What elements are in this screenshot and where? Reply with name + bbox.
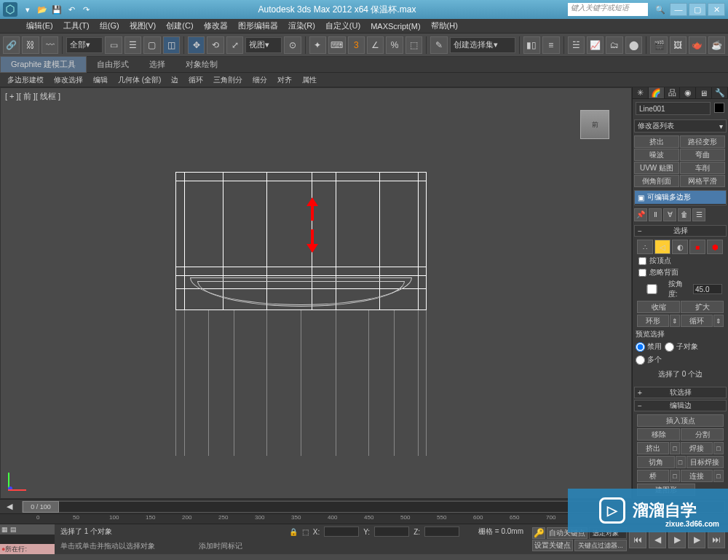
- ribbon-tab-select[interactable]: 选择: [139, 57, 175, 72]
- z-coord-field[interactable]: [424, 527, 459, 537]
- macro-recorder[interactable]: ●所在行:: [0, 544, 55, 554]
- tab-utilities-icon[interactable]: 🔧: [712, 87, 728, 98]
- angle-snap-icon[interactable]: ∠: [367, 36, 384, 54]
- mod-uvwmap[interactable]: UVW 贴图: [634, 162, 679, 174]
- qat-undo-icon[interactable]: ↶: [66, 4, 77, 15]
- select-icon[interactable]: ▭: [105, 36, 122, 54]
- panel-tris[interactable]: 三角剖分: [209, 74, 247, 87]
- radio-preview-multi[interactable]: [636, 355, 645, 365]
- move-icon[interactable]: ✥: [188, 36, 205, 54]
- maximize-button[interactable]: ▢: [689, 3, 706, 16]
- subobj-polygon-icon[interactable]: ■: [689, 240, 705, 254]
- link-icon[interactable]: 🔗: [3, 36, 20, 54]
- mod-extrude[interactable]: 挤出: [634, 135, 679, 148]
- modifier-stack[interactable]: ▣ 可编辑多边形: [634, 190, 727, 205]
- ribbon-tab-objpaint[interactable]: 对象绘制: [175, 57, 228, 72]
- panel-edges[interactable]: 边: [167, 74, 183, 87]
- menu-help[interactable]: 帮助(H): [427, 19, 462, 33]
- menu-views[interactable]: 视图(V): [125, 19, 161, 33]
- add-time-tag[interactable]: 添加时间标记: [199, 541, 242, 551]
- btn-ring[interactable]: 环形: [637, 315, 669, 327]
- mirror-icon[interactable]: ▮▯: [523, 36, 540, 54]
- ring-spinner-icon[interactable]: ⇕: [670, 315, 680, 327]
- schematic-icon[interactable]: 🗂: [606, 36, 622, 54]
- btn-loop[interactable]: 循环: [681, 315, 713, 327]
- weld-settings-icon[interactable]: □: [713, 442, 724, 454]
- keyboard-shortcut-icon[interactable]: ⌨: [328, 36, 345, 54]
- bridge-settings-icon[interactable]: □: [670, 470, 680, 482]
- menu-maxscript[interactable]: MAXScript(M): [366, 20, 424, 32]
- render-prod-icon[interactable]: ☕: [708, 36, 725, 54]
- refcoord-dropdown[interactable]: 视图 ▾: [245, 37, 282, 53]
- btn-shrink[interactable]: 收缩: [637, 301, 680, 313]
- listener-icon[interactable]: ▤: [10, 526, 17, 533]
- play-icon[interactable]: ▶: [668, 531, 686, 548]
- unlink-icon[interactable]: ⛓: [22, 36, 39, 54]
- rollout-selection[interactable]: 选择: [634, 225, 727, 237]
- object-color-swatch[interactable]: [714, 103, 724, 113]
- panel-align[interactable]: 对齐: [273, 74, 296, 87]
- viewcube[interactable]: 前: [580, 110, 609, 139]
- stack-item-editablepolygon[interactable]: ▣ 可编辑多边形: [635, 191, 726, 204]
- qat-open-icon[interactable]: 📂: [36, 4, 48, 15]
- extrude-settings-icon[interactable]: □: [670, 442, 680, 454]
- btn-connect[interactable]: 连接: [681, 470, 713, 482]
- close-button[interactable]: ✕: [708, 3, 725, 16]
- tab-create-icon[interactable]: ✳: [633, 87, 649, 98]
- object-name-field[interactable]: Line001: [636, 102, 711, 115]
- app-logo[interactable]: [3, 2, 17, 17]
- tab-display-icon[interactable]: 🖥: [696, 87, 712, 98]
- btn-bridge[interactable]: 桥: [637, 470, 669, 482]
- snap-toggle-icon[interactable]: 3: [348, 36, 365, 54]
- viewport-front[interactable]: [ + ][ 前 ][ 线框 ] 前: [0, 87, 632, 499]
- menu-grapheditors[interactable]: 图形编辑器: [234, 19, 282, 33]
- btn-chamfer[interactable]: 切角: [637, 456, 675, 468]
- modifier-list-dropdown[interactable]: 修改器列表▾: [634, 119, 727, 133]
- radio-preview-off[interactable]: [636, 342, 645, 352]
- pin-stack-icon[interactable]: 📌: [634, 208, 647, 221]
- menu-tools[interactable]: 工具(T): [59, 19, 94, 33]
- mod-pathdeform[interactable]: 路径变形: [680, 135, 725, 148]
- menu-modifiers[interactable]: 修改器: [199, 19, 232, 33]
- qat-new-icon[interactable]: ▾: [22, 4, 33, 15]
- render-icon[interactable]: 🫖: [689, 36, 705, 54]
- mod-meshsmooth[interactable]: 网格平滑: [680, 175, 725, 187]
- panel-props[interactable]: 属性: [298, 74, 321, 87]
- rotate-icon[interactable]: ⟲: [207, 36, 223, 54]
- window-crossing-icon[interactable]: ◫: [163, 36, 180, 54]
- mod-bend[interactable]: 弯曲: [680, 149, 725, 161]
- radio-preview-subobj[interactable]: [665, 342, 674, 352]
- btn-targetweld[interactable]: 目标焊接: [687, 456, 724, 468]
- percent-snap-icon[interactable]: %: [386, 36, 403, 54]
- ribbon-tab-graphite[interactable]: Graphite 建模工具: [0, 56, 87, 73]
- panel-subdiv[interactable]: 细分: [248, 74, 272, 87]
- menu-group[interactable]: 组(G): [95, 19, 124, 33]
- tab-hierarchy-icon[interactable]: 品: [665, 87, 681, 98]
- editnamed-icon[interactable]: ✎: [430, 36, 447, 54]
- spinner-snap-icon[interactable]: ⬚: [405, 36, 422, 54]
- panel-geomall[interactable]: 几何体 (全部): [114, 74, 165, 87]
- selection-filter-dropdown[interactable]: 全部 ▾: [66, 37, 103, 53]
- tab-modify-icon[interactable]: 🌈: [649, 87, 665, 98]
- prev-frame-icon[interactable]: ◀: [649, 531, 666, 548]
- goto-start-icon[interactable]: ⏮: [629, 531, 646, 548]
- mod-bevelprofile[interactable]: 倒角剖面: [634, 175, 679, 187]
- show-result-icon[interactable]: Ⅱ: [649, 208, 662, 221]
- subobj-vertex-icon[interactable]: ∴: [637, 240, 653, 254]
- loop-spinner-icon[interactable]: ⇕: [713, 315, 724, 327]
- expand-icon[interactable]: ▣: [638, 194, 644, 202]
- qat-redo-icon[interactable]: ↷: [80, 4, 92, 15]
- chk-ignorebackface[interactable]: [638, 269, 646, 277]
- chk-byangle[interactable]: [638, 284, 665, 294]
- btn-split[interactable]: 分割: [681, 428, 724, 441]
- goto-end-icon[interactable]: ⏭: [708, 531, 725, 548]
- scale-icon[interactable]: ⤢: [226, 36, 243, 54]
- material-editor-icon[interactable]: ⬤: [625, 36, 642, 54]
- align-icon[interactable]: ≡: [542, 36, 559, 54]
- remove-mod-icon[interactable]: 🗑: [678, 208, 691, 221]
- render-setup-icon[interactable]: 🎬: [650, 36, 667, 54]
- ribbon-tab-freeform[interactable]: 自由形式: [87, 57, 139, 72]
- coord-display-icon[interactable]: ⬚: [302, 528, 309, 536]
- setkey-button[interactable]: 设置关键点: [532, 540, 573, 551]
- help-search-input[interactable]: 键入关键字或短语: [568, 3, 648, 16]
